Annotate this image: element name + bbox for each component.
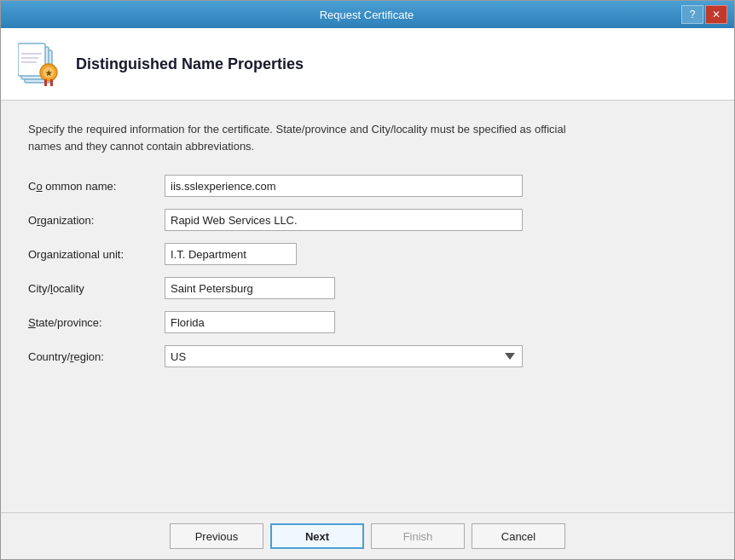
country-label: Country/region: [28, 350, 165, 363]
help-button[interactable]: ? [681, 5, 703, 24]
title-controls: ? ✕ [681, 5, 727, 24]
org-unit-label: Organizational unit: [28, 248, 165, 261]
content-area: Specify the required information for the… [1, 101, 734, 512]
finish-button[interactable]: Finish [371, 523, 465, 549]
footer-section: Previous Next Finish Cancel [1, 512, 734, 559]
common-name-row: Co ommon name: [28, 175, 707, 197]
organization-input[interactable] [165, 209, 523, 231]
svg-rect-10 [50, 79, 53, 86]
close-button[interactable]: ✕ [705, 5, 727, 24]
country-row: Country/region: US CA GB AU DE FR JP [28, 345, 707, 367]
certificate-icon: ★ [18, 42, 62, 86]
common-name-label: Co ommon name: [28, 180, 165, 193]
city-row: City/locality [28, 277, 707, 299]
country-select[interactable]: US CA GB AU DE FR JP [165, 345, 523, 367]
common-name-input[interactable] [165, 175, 523, 197]
org-unit-row: Organizational unit: [28, 243, 707, 265]
city-label: City/locality [28, 282, 165, 295]
city-input[interactable] [165, 277, 335, 299]
window-title: Request Certificate [52, 9, 681, 21]
next-button[interactable]: Next [270, 523, 364, 549]
description-text: Specify the required information for the… [28, 121, 574, 154]
state-input[interactable] [165, 311, 335, 333]
main-window: Request Certificate ? ✕ [0, 0, 735, 560]
page-title: Distinguished Name Properties [76, 55, 304, 73]
state-label: State/province: [28, 316, 165, 329]
cancel-button[interactable]: Cancel [472, 523, 565, 549]
organization-row: Organization: [28, 209, 707, 231]
org-unit-input[interactable] [165, 243, 297, 265]
header-section: ★ Distinguished Name Properties [1, 28, 734, 101]
title-bar: Request Certificate ? ✕ [1, 1, 734, 28]
previous-button[interactable]: Previous [170, 523, 263, 549]
svg-text:★: ★ [45, 69, 53, 78]
state-row: State/province: [28, 311, 707, 333]
svg-rect-9 [44, 79, 47, 86]
organization-label: Organization: [28, 214, 165, 227]
